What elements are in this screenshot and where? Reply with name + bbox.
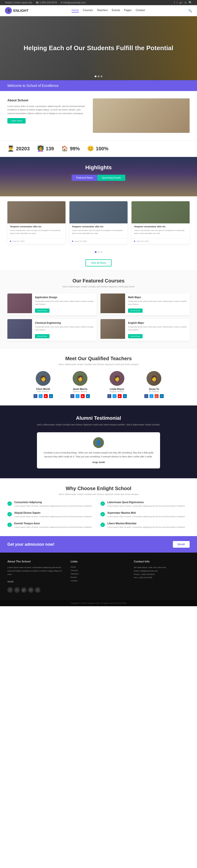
- teacher3-twitter-icon[interactable]: t: [113, 394, 116, 398]
- testimonial-quote: Creativity is just connecting things. Wh…: [43, 451, 154, 459]
- welcome-band: Welcome to School of Excellence: [0, 80, 197, 91]
- nav-logo[interactable]: 🎓 ENLIGHT: [5, 7, 28, 14]
- footer-twitter-icon[interactable]: t: [14, 587, 20, 593]
- enroll-button-1[interactable]: Enroll Now: [35, 309, 50, 313]
- news-card-body-3: Tempore consectetur ulim res Lorem conse…: [132, 223, 190, 239]
- nav-contact[interactable]: Contact: [136, 9, 145, 12]
- topbar-facebook-icon[interactable]: f: [174, 1, 175, 4]
- teacher-name-1: Chris Worth: [27, 388, 59, 391]
- teacher1-facebook-icon[interactable]: f: [33, 394, 37, 398]
- teacher-avatar-4: 👩: [146, 371, 161, 386]
- news-card-title-2: Tempore consectetur ulim res: [72, 225, 125, 228]
- teacher-role-1: Math Teacher: [27, 391, 59, 393]
- hero-dot-1[interactable]: [95, 75, 96, 77]
- course-image-2: [101, 293, 125, 313]
- stat-students-num: 20203: [16, 146, 30, 152]
- course-card-4: English Major Temporate prodi mols morhi…: [101, 319, 190, 341]
- footer-email: Email: info@youremail.com: [134, 569, 190, 573]
- courses-subtitle: Sed a ullamcorper morph conubia nam Dict…: [7, 285, 190, 288]
- stat-teachers-num: 139: [46, 146, 54, 152]
- teacher1-youtube-icon[interactable]: ▶: [44, 394, 48, 398]
- teacher-card-2: 👩 Janet Morris Science Teacher f t ▶ in: [64, 371, 96, 398]
- nav-courses[interactable]: Courses: [83, 9, 93, 12]
- why-text-1: Consectetur Adipiscing Lorem ipsum dolor…: [14, 501, 92, 507]
- teacher-social-4: f t g+ in: [138, 394, 170, 398]
- topbar-googleplus-icon[interactable]: g+: [179, 1, 183, 4]
- footer-link-home[interactable]: Home: [71, 566, 126, 568]
- video-thumbnail[interactable]: ▶: [93, 98, 190, 133]
- teacher4-linkedin-icon[interactable]: in: [160, 394, 164, 398]
- news-page-dot-1[interactable]: [95, 251, 96, 253]
- news-page-dot-2[interactable]: [98, 251, 100, 253]
- why-heading-1: Consectetur Adipiscing: [14, 501, 92, 504]
- about-right: ▶: [93, 98, 190, 133]
- teacher1-twitter-icon[interactable]: t: [39, 394, 43, 398]
- footer-youtube-icon[interactable]: y: [35, 587, 40, 593]
- course-card-2: Math Major Temporate prodi mols morhi qu…: [101, 293, 190, 315]
- topbar-search-icon[interactable]: 🔍: [189, 1, 192, 4]
- news-card-2: Tempore consectetur ulim res Lorem conse…: [69, 201, 128, 244]
- teachers-title: Meet Our Qualified Teachers: [7, 356, 190, 362]
- learn-more-button[interactable]: Learn More: [7, 118, 26, 124]
- nav-events[interactable]: Events: [112, 9, 120, 12]
- teacher4-twitter-icon[interactable]: t: [149, 394, 153, 398]
- news-card-footer-2: June 24, 2021: [69, 239, 128, 244]
- enroll-button-4[interactable]: Enroll Now: [128, 334, 143, 338]
- why-body-1: Lorem ipsum dolor sit amet, consectetur …: [14, 505, 92, 507]
- top-bar: Helpful Center name info ☎ 1-800-234-567…: [0, 0, 197, 5]
- news-card-image-2: [69, 201, 128, 223]
- tab-featured-news[interactable]: Featured News: [72, 175, 97, 181]
- news-card-3: Tempore consectetur ulim res Lorem conse…: [132, 201, 190, 244]
- tab-upcoming-events[interactable]: Upcoming Events: [97, 175, 125, 181]
- course-desc-1: Temporate prodi mols morhi quis lorem ul…: [35, 300, 94, 306]
- footer-links-list: Home Courses Teachers Events Contact: [71, 566, 126, 582]
- footer-googleplus-icon[interactable]: g+: [21, 587, 27, 593]
- topbar-linkedin-icon[interactable]: in: [185, 1, 187, 4]
- hero-dot-2[interactable]: [98, 75, 100, 77]
- news-card-text-3: Lorem consectetur ulim res quis et excep…: [134, 229, 187, 235]
- footer-facebook-icon[interactable]: f: [7, 587, 13, 593]
- teacher2-youtube-icon[interactable]: ▶: [81, 394, 85, 398]
- footer-link-courses[interactable]: Courses: [71, 569, 126, 571]
- footer-links: Links Home Courses Teachers Events Conta…: [71, 560, 126, 593]
- teacher3-facebook-icon[interactable]: f: [107, 394, 111, 398]
- footer-bottom: Copyright © 2020 company name. All right…: [0, 600, 197, 606]
- course-desc-2: Temporate prodi mols morhi quis lorem ul…: [128, 300, 187, 306]
- top-bar-left: Helpful Center name info ☎ 1-800-234-567…: [5, 1, 89, 4]
- teacher4-googleplus-icon[interactable]: g+: [154, 394, 159, 398]
- footer-link-teachers[interactable]: Teachers: [71, 573, 126, 575]
- topbar-twitter-icon[interactable]: t: [177, 1, 177, 4]
- view-all-news-button[interactable]: View all News: [85, 259, 112, 267]
- news-pagination: [0, 249, 197, 255]
- testimonial-subtitle: Sed a ullamcorper morph conubia nam Dict…: [7, 423, 190, 426]
- why-body-6: Lorem ipsum dolor sit amet, consectetur …: [107, 526, 185, 529]
- enroll-button-3[interactable]: Enroll Now: [35, 334, 50, 338]
- footer-social: Social: [7, 579, 63, 584]
- highlights-header: Highlights: [0, 157, 197, 175]
- footer-linkedin-icon[interactable]: in: [28, 587, 33, 593]
- teachers-subtitle: Sed a ullamcorper morph conubia nam Dict…: [7, 363, 190, 366]
- cta-enroll-button[interactable]: Enroll: [173, 541, 190, 548]
- teacher2-linkedin-icon[interactable]: in: [86, 394, 90, 398]
- nav-pages[interactable]: Pages: [124, 9, 132, 12]
- stat-teachers: 👩‍🏫 139: [37, 146, 54, 152]
- teacher2-twitter-icon[interactable]: t: [76, 394, 80, 398]
- nav-teachers[interactable]: Teachers: [97, 9, 108, 12]
- top-bar-email: ✉ info@youremail.com: [61, 1, 86, 4]
- nav-home[interactable]: Home: [72, 9, 79, 12]
- nav-links: Home Courses Teachers Events Pages Conta…: [72, 9, 145, 12]
- teacher3-linkedin-icon[interactable]: in: [123, 394, 127, 398]
- nav-search-icon[interactable]: 🔍: [188, 9, 192, 12]
- hero-dot-3[interactable]: [101, 75, 103, 77]
- footer-link-events[interactable]: Events: [71, 576, 126, 579]
- teacher4-facebook-icon[interactable]: f: [144, 394, 148, 398]
- news-page-dot-3[interactable]: [101, 251, 103, 253]
- enroll-button-2[interactable]: Enroll Now: [128, 309, 143, 313]
- stat-placement: 🏠 99%: [61, 146, 80, 152]
- teacher2-facebook-icon[interactable]: f: [71, 394, 74, 398]
- footer-social-title: Social: [7, 579, 13, 584]
- why-item-5: ✓ Eveniet Tempus Amor Lorem ipsum dolor …: [7, 522, 96, 529]
- teacher1-linkedin-icon[interactable]: in: [49, 394, 53, 398]
- footer-link-contact[interactable]: Contact: [71, 580, 126, 582]
- teacher3-youtube-icon[interactable]: ▶: [118, 394, 122, 398]
